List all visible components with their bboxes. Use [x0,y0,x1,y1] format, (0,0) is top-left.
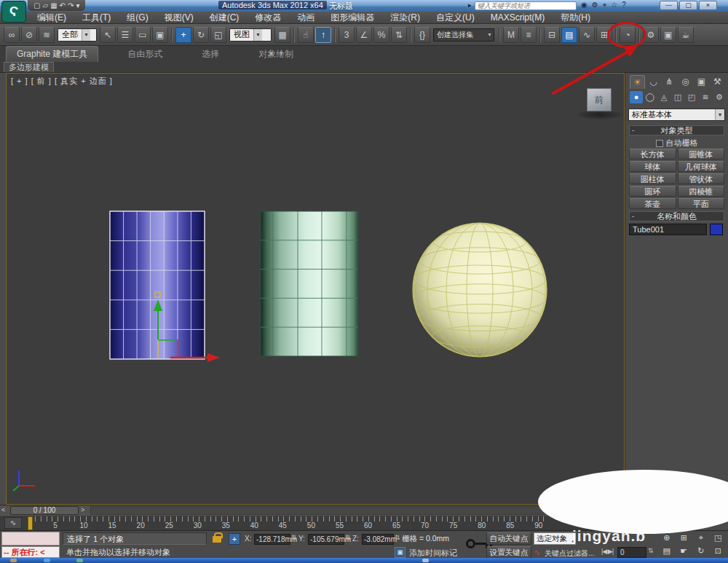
display-tab-icon[interactable]: ▣ [694,75,709,89]
select-and-link-icon[interactable]: ∞ [4,27,20,43]
menu-item[interactable]: 渲染(R) [382,12,428,23]
maximize-viewport-icon[interactable]: ⊡ [710,545,727,558]
primitive-button[interactable]: 圆环 [629,186,676,197]
zoom-extents-icon[interactable]: ⌖ [692,532,710,545]
x-coordinate-field[interactable]: -128.718mm [254,534,290,545]
keyboard-shortcut-override-icon[interactable]: ↑ [315,27,331,43]
frame-spinner[interactable]: ⇅ [648,547,654,554]
maximize-button[interactable]: ▢ [679,1,697,10]
hierarchy-tab-icon[interactable]: ⋔ [662,75,677,89]
object-sphere[interactable] [413,223,547,357]
windows-taskbar[interactable] [0,558,728,563]
ribbon-tab[interactable]: 选择 [191,47,229,62]
primitive-button[interactable]: 几何球体 [678,161,725,172]
menu-item[interactable]: 组(G) [119,12,156,23]
3dsmax-logo[interactable]: Ϛ [1,1,26,23]
go-to-end-icon[interactable]: ▶| [608,548,613,555]
close-button[interactable]: × [699,1,717,10]
key-filter-curve-icon[interactable]: ∿ [534,548,540,557]
object-name-field[interactable]: Tube001 [629,224,707,235]
menu-item[interactable]: 修改器 [247,12,289,23]
layer-manager-icon[interactable]: ⊟ [544,27,560,43]
maxscript-mini-listener[interactable] [1,532,60,546]
favorites-icon[interactable]: ☆ [611,1,617,9]
ribbon-tab[interactable]: Graphite 建模工具 [6,46,98,62]
object-color-swatch[interactable] [710,224,723,235]
y-coordinate-field[interactable]: -105.679mm [308,534,344,545]
window-crossing-icon[interactable]: ▣ [152,27,168,43]
menu-item[interactable]: MAXScript(M) [483,12,553,23]
front-viewport[interactable]: [ + ] [ 前 ] [ 真实 + 边面 ] [6,73,625,505]
undo-icon[interactable]: ↶ [60,1,66,11]
zoom-icon[interactable]: ⊕ [658,532,676,545]
ribbon-overflow-dot-icon[interactable]: ● [269,50,273,57]
named-selection-set-field[interactable]: 创建选择集 ▾ [433,28,494,42]
render-production-icon[interactable]: ☕ [678,27,694,43]
lights-category-icon[interactable]: ◬ [657,91,670,103]
ribbon-tab[interactable]: 自由形式 [117,47,173,62]
primitive-button[interactable]: 球体 [629,161,676,172]
use-pivot-point-icon[interactable]: ▦ [274,27,290,43]
tools-icon[interactable]: ⚙ [592,1,598,9]
autogrid-checkbox[interactable] [656,140,663,147]
qat-overflow-icon[interactable]: ▾ [76,1,79,11]
primitive-button[interactable]: 圆锥体 [678,149,725,160]
primitive-type-dropdown[interactable]: 标准基本体 ▾ [628,109,725,121]
spinner-snap-icon[interactable]: ⇅ [391,27,407,43]
menu-item[interactable]: 创建(C) [202,12,248,23]
x-spinner[interactable]: ⇅ [291,534,297,541]
curve-editor-icon[interactable]: ∿ [579,27,595,43]
orbit-icon[interactable]: ↻ [692,545,710,558]
name-color-rollout-header[interactable]: - 名称和颜色 [629,211,724,221]
selected-filter-dropdown[interactable]: 选定对象 ▾ [534,532,576,545]
primitive-button[interactable]: 管状体 [678,173,725,184]
tab-polygon-modeling[interactable]: 多边形建模 [4,62,54,72]
utilities-tab-icon[interactable]: ⚒ [710,75,725,89]
frame-0-marker[interactable] [28,516,33,530]
help-icon[interactable]: ? [622,1,626,9]
search-go-icon[interactable]: ▸ [468,1,472,9]
collapse-icon[interactable]: - [632,126,634,135]
space-warps-category-icon[interactable]: ≋ [699,91,712,103]
z-coordinate-field[interactable]: -3.082mm [362,534,394,545]
ribbon-tab[interactable]: 对象绘制 [248,47,304,62]
add-time-tag[interactable]: 添加时间标记 [409,548,457,559]
zoom-all-icon[interactable]: ⊞ [676,532,693,545]
cameras-category-icon[interactable]: ◫ [671,91,684,103]
material-editor-icon[interactable]: ◔ [620,27,636,43]
isolate-selection-icon[interactable]: ▣ [395,547,405,558]
create-tab-icon[interactable]: ☀ [630,75,645,89]
percent-snap-icon[interactable]: % [373,27,389,43]
mini-curve-editor-icon[interactable]: ∿ [4,517,22,529]
rectangular-selection-region-icon[interactable]: ▭ [135,27,151,43]
primitive-button[interactable]: 平面 [678,198,725,209]
key-filters-button[interactable]: 关键点过滤器... [545,548,594,559]
redo-icon[interactable]: ↷ [68,1,74,11]
modify-tab-icon[interactable]: ◡ [646,75,661,89]
set-key-button[interactable]: 设置关键点 [486,546,531,559]
align-icon[interactable]: ≡ [521,27,537,43]
absolute-mode-icon[interactable]: + [229,533,240,545]
object-cylinder[interactable] [261,211,358,356]
go-to-start-icon[interactable]: |◀ [601,548,606,555]
rendered-frame-window-icon[interactable]: ▣ [660,27,676,43]
viewcube[interactable]: 前 [575,87,626,123]
time-slider-handle[interactable]: 0 / 100 [10,506,79,515]
shapes-category-icon[interactable]: ◯ [644,91,657,103]
selection-lock-icon[interactable] [213,536,221,543]
viewcube-front-face[interactable]: 前 [587,88,612,111]
menu-item[interactable]: 动画 [289,12,323,23]
menu-item[interactable]: 编辑(E) [29,12,74,23]
save-file-icon[interactable]: ▦ [50,1,57,11]
select-by-name-icon[interactable]: ☰ [117,27,133,43]
next-frame-button[interactable]: > [81,506,84,513]
menu-item[interactable]: 自定义(U) [428,12,483,23]
current-frame-field[interactable]: 0 [617,547,646,558]
y-spinner[interactable]: ⇅ [345,534,351,541]
mirror-icon[interactable]: M [503,27,519,43]
previous-frame-button[interactable]: < [1,506,5,513]
search-input[interactable] [475,1,577,10]
selection-filter-dropdown[interactable]: 全部 ▾ [58,28,97,42]
minimize-button[interactable]: — [660,1,678,10]
new-file-icon[interactable]: ▢ [33,1,40,11]
